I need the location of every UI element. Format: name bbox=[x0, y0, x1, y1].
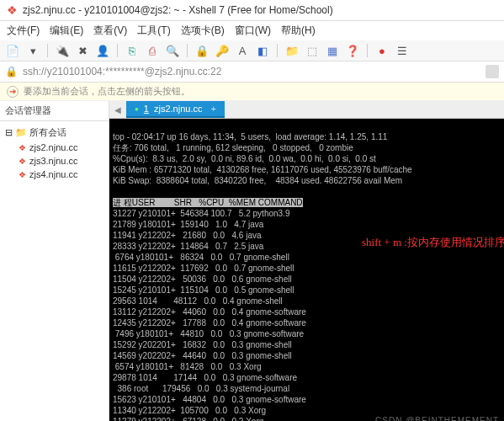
watermark: CSDN @BEINTHEMEMENT bbox=[375, 415, 499, 421]
title-bar: ❖ zjs2.njnu.cc - y210101004@zjs2: ~ - Xs… bbox=[0, 0, 504, 21]
tree-root[interactable]: ⊟ 📁 所有会话 bbox=[2, 125, 107, 141]
top-line2: 任务: 706 total, 1 running, 612 sleeping, … bbox=[113, 143, 353, 152]
profile-icon[interactable]: 👤 bbox=[95, 43, 110, 58]
terminal[interactable]: top - 02:04:17 up 16 days, 11:34, 5 user… bbox=[109, 119, 504, 421]
key-icon[interactable]: 🔑 bbox=[215, 43, 230, 58]
hint-bar: ➔ 要添加当前会话，点击左侧的箭头按钮。 bbox=[0, 83, 504, 101]
folder-icon: 📁 bbox=[15, 127, 27, 138]
reconnect-icon[interactable]: 🔌 bbox=[55, 43, 70, 58]
tool1-icon[interactable]: 📁 bbox=[284, 43, 300, 58]
session-item[interactable]: ❖ zjs2.njnu.cc bbox=[2, 141, 107, 154]
menu-bar: 文件(F) 编辑(E) 查看(V) 工具(T) 选项卡(B) 窗口(W) 帮助(… bbox=[0, 21, 504, 40]
app-logo-icon: ❖ bbox=[7, 3, 18, 17]
session-item[interactable]: ❖ zjs4.njnu.cc bbox=[2, 168, 107, 181]
tool3-icon[interactable]: ▦ bbox=[325, 43, 340, 58]
top-line1: top - 02:04:17 up 16 days, 11:34, 5 user… bbox=[113, 132, 387, 141]
font-icon[interactable]: A bbox=[235, 43, 250, 58]
collapse-icon[interactable]: ⊟ bbox=[5, 127, 13, 138]
tool2-icon[interactable]: ⬚ bbox=[305, 43, 320, 58]
session-label: zjs2.njnu.cc bbox=[29, 142, 77, 152]
main-area: 会话管理器 ⊟ 📁 所有会话 ❖ zjs2.njnu.cc ❖ zjs3.njn… bbox=[0, 101, 504, 421]
menu-view[interactable]: 查看(V) bbox=[93, 24, 127, 38]
top-line5: KiB Swap: 8388604 total, 8340220 free, 4… bbox=[113, 176, 402, 185]
sidebar-title: 会话管理器 bbox=[0, 101, 109, 121]
menu-file[interactable]: 文件(F) bbox=[7, 24, 40, 38]
menu-tab[interactable]: 选项卡(B) bbox=[181, 24, 225, 38]
menu-tools[interactable]: 工具(T) bbox=[137, 24, 170, 38]
address-bar: 🔒 ssh://y210101004:**********@zjs2.njnu.… bbox=[0, 61, 504, 83]
ssh-lock-icon: 🔒 bbox=[5, 66, 18, 77]
tool6-icon[interactable]: ☰ bbox=[395, 43, 410, 58]
add-session-icon[interactable]: ➔ bbox=[7, 86, 19, 98]
separator bbox=[367, 44, 368, 57]
top-header: 进 程USER SHR %CPU %MEM COMMAND bbox=[113, 198, 303, 207]
session-icon: ❖ bbox=[19, 143, 26, 152]
session-tree: ⊟ 📁 所有会话 ❖ zjs2.njnu.cc ❖ zjs3.njnu.cc ❖… bbox=[0, 121, 109, 184]
address-text[interactable]: ssh://y210101004:**********@zjs2.njnu.cc… bbox=[23, 66, 480, 77]
annotation-text: shift + m :按内存使用情况排序 bbox=[362, 237, 504, 248]
window-title: zjs2.njnu.cc - y210101004@zjs2: ~ - Xshe… bbox=[23, 4, 333, 16]
session-label: zjs4.njnu.cc bbox=[29, 169, 77, 179]
separator bbox=[47, 44, 48, 57]
menu-window[interactable]: 窗口(W) bbox=[235, 24, 271, 38]
toolbar: 📄 ▾ 🔌 ✖ 👤 ⎘ ⎙ 🔍 🔒 🔑 A ◧ 📁 ⬚ ▦ ❓ ● ☰ bbox=[0, 40, 504, 61]
session-label: zjs3.njnu.cc bbox=[29, 156, 77, 166]
tab-scroll-left[interactable]: ◀ bbox=[109, 103, 126, 117]
session-manager: 会话管理器 ⊟ 📁 所有会话 ❖ zjs2.njnu.cc ❖ zjs3.njn… bbox=[0, 101, 109, 421]
copy-icon[interactable]: ⎘ bbox=[125, 43, 140, 58]
menu-help[interactable]: 帮助(H) bbox=[281, 24, 316, 38]
tab-active[interactable]: ● 1 zjs2.njnu.cc + bbox=[126, 101, 225, 118]
connected-icon: ● bbox=[135, 105, 139, 113]
tool5-icon[interactable]: ● bbox=[374, 43, 390, 58]
paste-icon[interactable]: ⎙ bbox=[145, 43, 160, 58]
top-line4: KiB Mem : 65771320 total, 4130268 free, … bbox=[113, 165, 412, 174]
search-icon[interactable]: 🔍 bbox=[165, 43, 180, 58]
content-area: ◀ ● 1 zjs2.njnu.cc + top - 02:04:17 up 1… bbox=[109, 101, 504, 421]
root-label: 所有会话 bbox=[29, 126, 66, 139]
tool4-icon[interactable]: ❓ bbox=[345, 43, 360, 58]
menu-edit[interactable]: 编辑(E) bbox=[50, 24, 83, 38]
hint-text: 要添加当前会话，点击左侧的箭头按钮。 bbox=[24, 85, 190, 98]
session-icon: ❖ bbox=[19, 157, 26, 166]
separator bbox=[117, 44, 118, 57]
new-session-icon[interactable]: 📄 bbox=[5, 43, 20, 58]
login-user-icon[interactable] bbox=[485, 65, 499, 78]
color-icon[interactable]: ◧ bbox=[255, 43, 270, 58]
separator bbox=[277, 44, 278, 57]
process-rows: 31227 y210101+ 546384 100.7 5.2 python3.… bbox=[113, 209, 306, 421]
tab-bar: ◀ ● 1 zjs2.njnu.cc + bbox=[109, 101, 504, 119]
tab-num: 1 bbox=[144, 104, 149, 114]
session-item[interactable]: ❖ zjs3.njnu.cc bbox=[2, 154, 107, 168]
separator bbox=[187, 44, 188, 57]
open-icon[interactable]: ▾ bbox=[25, 43, 40, 58]
disconnect-icon[interactable]: ✖ bbox=[75, 43, 90, 58]
lock-icon[interactable]: 🔒 bbox=[194, 43, 210, 58]
tab-add-icon[interactable]: + bbox=[210, 104, 215, 114]
tab-label: zjs2.njnu.cc bbox=[154, 104, 202, 114]
session-icon: ❖ bbox=[19, 170, 26, 179]
top-line3: %Cpu(s): 8.3 us, 2.0 sy, 0.0 ni, 89.6 id… bbox=[113, 154, 376, 163]
